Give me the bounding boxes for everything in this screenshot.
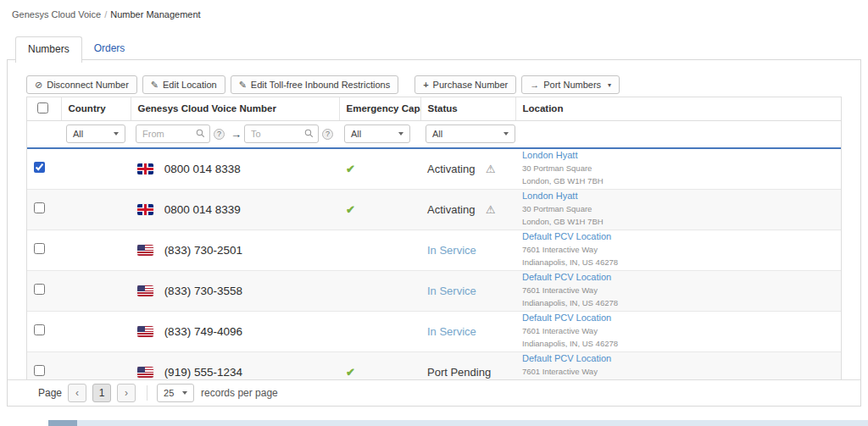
country-filter-value: All [73, 129, 83, 139]
scrollbar-thumb[interactable] [48, 420, 77, 426]
status-text: Activating [427, 203, 475, 216]
row-checkbox[interactable] [34, 243, 45, 254]
number-to-filter [244, 124, 319, 143]
column-header-number: Genesys Cloud Voice Number [131, 97, 339, 120]
help-icon[interactable]: ? [322, 129, 333, 140]
location-link[interactable]: London Hyatt [522, 150, 834, 160]
location-link[interactable]: London Hyatt [522, 191, 834, 201]
purchase-number-button[interactable]: + Purchase Number [415, 75, 516, 94]
edit-location-button[interactable]: ✎ Edit Location [142, 75, 225, 94]
port-numbers-label: Port Numbers [543, 80, 601, 90]
location-link[interactable]: Default PCV Location [522, 313, 834, 323]
status-warning-icon: ⚠ [486, 203, 496, 216]
phone-number: (833) 730-3558 [164, 285, 242, 297]
table-row: 0800 014 8338 ✔ Activating ⚠ London Hyat… [27, 148, 841, 189]
us-flag-icon [137, 326, 153, 337]
breadcrumb: Genesys Cloud Voice/Number Management [0, 0, 868, 19]
status-text: Activating [427, 163, 475, 175]
row-checkbox[interactable] [34, 162, 45, 173]
tab-numbers[interactable]: Numbers [15, 36, 82, 63]
table-header-row: Country Genesys Cloud Voice Number Emerg… [27, 97, 841, 120]
table-row: (833) 730-3558 In Service Default PCV Lo… [27, 270, 841, 311]
column-header-status: Status [420, 97, 515, 120]
gb-flag-icon [137, 204, 153, 215]
pagination: Page ‹ 1 › 25 records per page [8, 379, 860, 406]
status-text: In Service [427, 325, 476, 338]
page-number-button[interactable]: 1 [92, 384, 111, 402]
emergency-filter-value: All [351, 129, 361, 139]
table-row: 0800 014 8339 ✔ Activating ⚠ London Hyat… [27, 189, 841, 230]
records-per-page-label: records per page [201, 387, 278, 399]
page-size-select[interactable]: 25 [157, 384, 194, 402]
location-address-line: 30 Portman Square [522, 203, 834, 216]
horizontal-scrollbar[interactable] [0, 420, 868, 426]
us-flag-icon [137, 245, 153, 256]
status-text: In Service [427, 285, 476, 297]
next-page-button[interactable]: › [117, 384, 136, 402]
emergency-check-icon: ✔ [346, 203, 355, 216]
edit-tollfree-label: Edit Toll-free Inbound Restrictions [251, 80, 390, 90]
numbers-table: Country Genesys Cloud Voice Number Emerg… [26, 97, 842, 381]
chevron-down-icon [182, 391, 187, 395]
emergency-check-icon: ✔ [346, 366, 355, 379]
country-filter-select[interactable]: All [66, 124, 125, 143]
location-link[interactable]: Default PCV Location [522, 353, 834, 363]
select-all-checkbox[interactable] [37, 102, 48, 113]
location-address-line: London, GB W1H 7BH [522, 175, 834, 188]
column-header-location: Location [515, 97, 841, 120]
gb-flag-icon [137, 163, 153, 174]
location-link[interactable]: Default PCV Location [522, 231, 834, 241]
scrollbar-track[interactable] [76, 420, 868, 426]
edit-tollfree-restrictions-button[interactable]: ✎ Edit Toll-free Inbound Restrictions [231, 75, 399, 94]
status-text: In Service [427, 244, 476, 257]
country-cell [61, 230, 131, 270]
location-address-line: Indianapolis, IN, US 46278 [522, 257, 834, 269]
country-cell [61, 270, 131, 311]
phone-number: 0800 014 8338 [164, 163, 241, 175]
prev-page-button[interactable]: ‹ [68, 384, 86, 402]
emergency-check-icon: ✔ [346, 163, 355, 175]
table-row: (833) 749-4096 In Service Default PCV Lo… [27, 311, 841, 351]
edit-icon: ✎ [239, 80, 247, 90]
pagination-divider [147, 385, 147, 401]
status-filter-value: All [432, 129, 442, 139]
chevron-down-icon [398, 132, 403, 136]
us-flag-icon [137, 367, 153, 378]
breadcrumb-parent-link[interactable]: Genesys Cloud Voice [12, 9, 101, 19]
disconnect-number-button[interactable]: ⊘ Disconnect Number [26, 75, 137, 94]
page-label: Page [38, 387, 62, 399]
tab-bar: Numbers Orders [15, 36, 868, 63]
column-header-country: Country [61, 97, 131, 120]
help-icon[interactable]: ? [214, 129, 225, 140]
purchase-number-label: Purchase Number [433, 80, 509, 90]
country-cell [61, 311, 131, 351]
range-arrow-icon: → [231, 128, 242, 141]
emergency-filter-select[interactable]: All [344, 124, 410, 143]
row-checkbox[interactable] [34, 202, 45, 213]
breadcrumb-separator: / [104, 9, 107, 19]
location-address-line: 7601 Interactive Way [522, 366, 834, 379]
numbers-panel: ⊘ Disconnect Number ✎ Edit Location ✎ Ed… [7, 59, 861, 407]
location-address-line: London, GB W1H 7BH [522, 216, 834, 229]
row-checkbox[interactable] [34, 284, 45, 295]
chevron-down-icon [114, 132, 119, 136]
number-from-filter [136, 124, 210, 143]
country-cell [61, 189, 131, 230]
edit-icon: ✎ [151, 80, 159, 90]
row-checkbox[interactable] [34, 324, 45, 335]
tab-orders[interactable]: Orders [82, 36, 137, 63]
chevron-down-icon [504, 132, 509, 136]
filter-row: All ? → [27, 120, 841, 148]
breadcrumb-current: Number Management [110, 9, 200, 19]
port-numbers-button[interactable]: → Port Numbers ▾ [521, 75, 620, 94]
port-arrow-icon: → [530, 80, 539, 90]
status-filter-select[interactable]: All [426, 124, 515, 143]
location-address-line: Indianapolis, IN, US 46278 [522, 338, 834, 351]
location-address-line: 7601 Interactive Way [522, 325, 834, 338]
row-checkbox[interactable] [34, 365, 45, 376]
phone-number: (833) 730-2501 [164, 244, 242, 257]
location-address-line: Indianapolis, IN, US 46278 [522, 297, 834, 310]
edit-location-label: Edit Location [163, 80, 217, 90]
location-link[interactable]: Default PCV Location [522, 272, 834, 282]
country-cell [61, 351, 131, 381]
